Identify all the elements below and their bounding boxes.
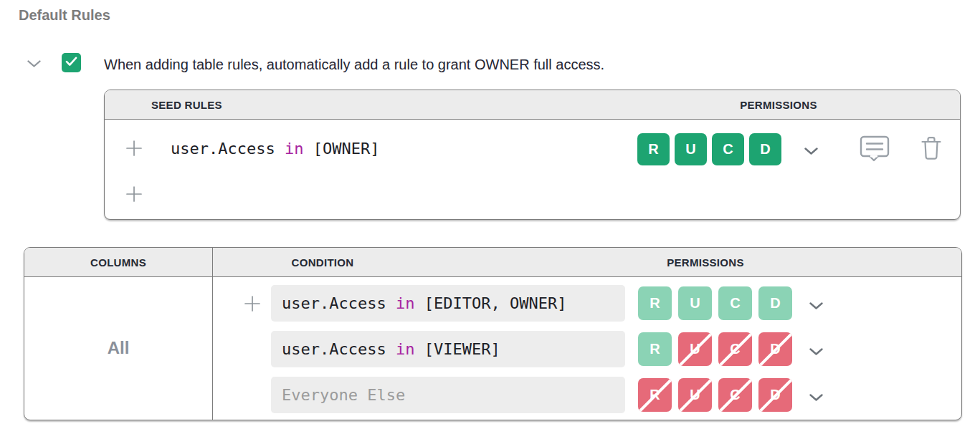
rule-condition-input-everyone-else[interactable]: Everyone Else — [271, 377, 625, 413]
condition-text: [VIEWER] — [414, 340, 500, 358]
add-rule-part-button[interactable] — [244, 295, 261, 312]
collapse-chevron-icon[interactable] — [27, 58, 41, 71]
columns-cell: All — [24, 276, 212, 420]
rule-permissions: R U C D — [638, 378, 799, 412]
permissions-column-header: PERMISSIONS — [667, 256, 744, 269]
permission-delete-button[interactable]: D — [758, 286, 792, 320]
permission-delete-button[interactable]: D — [758, 378, 792, 412]
seed-rule-permissions: R U C D — [637, 133, 786, 165]
seed-rules-toggle-checkbox[interactable] — [62, 53, 81, 72]
permission-create-button[interactable]: C — [718, 378, 752, 412]
permission-delete-button[interactable]: D — [758, 332, 792, 366]
permission-create-button[interactable]: C — [718, 286, 752, 320]
permission-update-button[interactable]: U — [678, 378, 712, 412]
seed-rules-panel: SEED RULES PERMISSIONS user.Access in [O… — [104, 90, 961, 220]
trash-icon — [921, 150, 941, 163]
permissions-dropdown-chevron-icon[interactable] — [809, 392, 823, 405]
rule-condition-input[interactable]: user.Access in [VIEWER] — [271, 331, 625, 367]
seed-rules-panel-header: SEED RULES PERMISSIONS — [105, 90, 960, 120]
rule-permissions: R U C D — [638, 332, 799, 366]
condition-keyword: in — [396, 294, 415, 312]
delete-rule-button[interactable] — [921, 136, 941, 163]
permissions-dropdown-chevron-icon[interactable] — [809, 346, 823, 359]
permission-read-button[interactable]: R — [638, 332, 672, 366]
add-seed-rule-part-button[interactable] — [125, 140, 143, 157]
permission-read-button[interactable]: R — [637, 133, 670, 165]
rule-condition-input[interactable]: user.Access in [EDITOR, OWNER] — [271, 285, 625, 322]
condition-text: user.Access — [282, 294, 396, 312]
permissions-column-header: PERMISSIONS — [740, 99, 817, 111]
condition-text: [EDITOR, OWNER] — [414, 294, 566, 312]
permission-delete-button[interactable]: D — [749, 133, 781, 165]
access-rules-page: Default Rules When adding table rules, a… — [0, 0, 980, 439]
permissions-dropdown-chevron-icon[interactable] — [804, 145, 818, 158]
checkmark-icon — [65, 57, 77, 69]
page-title: Default Rules — [19, 7, 110, 24]
permission-read-button[interactable]: R — [638, 286, 672, 320]
condition-placeholder: Everyone Else — [282, 386, 405, 404]
column-divider — [212, 248, 213, 420]
rules-table-header: COLUMNS CONDITION PERMISSIONS — [24, 248, 961, 277]
permission-create-button[interactable]: C — [718, 332, 752, 366]
condition-keyword: in — [285, 140, 304, 158]
seed-rules-column-header: SEED RULES — [151, 99, 222, 111]
columns-column-header: COLUMNS — [90, 256, 146, 269]
permission-update-button[interactable]: U — [678, 286, 712, 320]
permission-update-button[interactable]: U — [675, 133, 707, 165]
condition-text: user.Access — [171, 140, 285, 158]
condition-keyword: in — [396, 340, 415, 358]
condition-text: user.Access — [282, 340, 396, 358]
permission-create-button[interactable]: C — [712, 133, 744, 165]
condition-column-header: CONDITION — [292, 256, 354, 269]
permissions-dropdown-chevron-icon[interactable] — [809, 300, 823, 313]
condition-text: [OWNER] — [303, 140, 379, 158]
permission-update-button[interactable]: U — [678, 332, 712, 366]
columns-cell-value: All — [108, 338, 130, 358]
memo-icon — [860, 152, 890, 164]
rule-permissions: R U C D — [638, 286, 799, 320]
memo-comment-button[interactable] — [860, 135, 890, 165]
default-rules-table: COLUMNS CONDITION PERMISSIONS All user.A… — [24, 247, 962, 420]
seed-rules-toggle-label: When adding table rules, automatically a… — [104, 57, 604, 73]
permission-read-button[interactable]: R — [638, 378, 672, 412]
add-seed-rule-button[interactable] — [125, 185, 143, 203]
seed-rule-condition-input[interactable]: user.Access in [OWNER] — [171, 140, 379, 158]
